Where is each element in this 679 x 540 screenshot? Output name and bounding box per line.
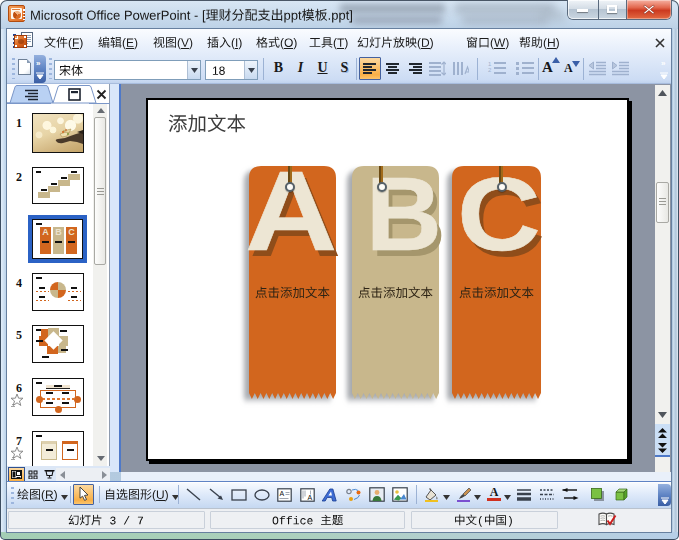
svg-text:A: A [280,490,285,497]
svg-text:A: A [308,494,313,501]
svg-text:2: 2 [488,67,492,73]
